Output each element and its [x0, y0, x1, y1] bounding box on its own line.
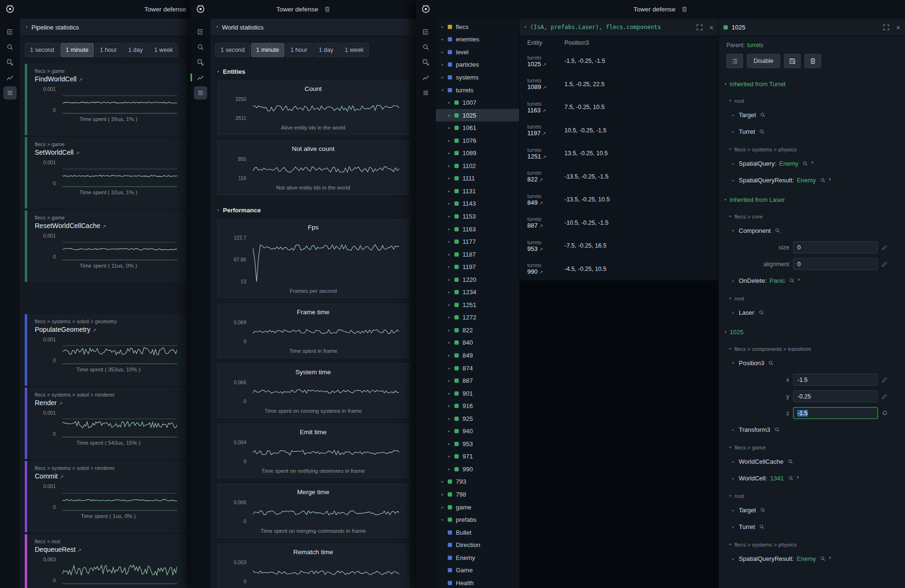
- query-row-1251[interactable]: turrets1251↗13.5, -0.25, 10.5: [520, 142, 718, 165]
- component-path[interactable]: ▾root: [719, 289, 905, 304]
- statistics-chart-icon[interactable]: [419, 71, 432, 84]
- tree-expander-icon[interactable]: ▸: [448, 417, 454, 421]
- query-row-953[interactable]: turrets953↗-7.5, -0.25, 16.5: [520, 234, 718, 258]
- system-name-link[interactable]: Render↗: [35, 399, 182, 407]
- system-name-link[interactable]: SetWorldCell↗: [35, 149, 182, 156]
- component-Position3[interactable]: ▾Position3: [719, 355, 905, 371]
- search-icon[interactable]: [759, 524, 764, 529]
- titlebar[interactable]: Tower defense: [0, 0, 191, 19]
- component-path[interactable]: ▾root: [719, 91, 905, 107]
- tree-item-Health[interactable]: Health: [436, 577, 519, 588]
- tree-item-798[interactable]: ▸798: [436, 488, 519, 501]
- search-icon[interactable]: [759, 129, 764, 134]
- search-icon[interactable]: [788, 476, 794, 481]
- tree-expander-icon[interactable]: ▸: [442, 75, 448, 80]
- x-input[interactable]: -1.5: [793, 374, 878, 386]
- expand-icon[interactable]: [883, 24, 889, 30]
- query-search-icon[interactable]: [3, 40, 17, 54]
- z-input[interactable]: -1.5: [793, 407, 878, 419]
- tree-item-particles[interactable]: ▸particles: [436, 59, 519, 71]
- tree-expander-icon[interactable]: ▸: [448, 442, 454, 446]
- y-input[interactable]: -0.25: [793, 390, 878, 402]
- tree-item-1061[interactable]: ▸1061: [436, 121, 519, 134]
- component-path[interactable]: ▾flecs > systems > physics: [719, 535, 905, 550]
- inspector-section-inherited-from-Turret[interactable]: ▾inherited from Turret: [719, 73, 905, 91]
- tree-expander-icon[interactable]: ▸: [448, 328, 454, 332]
- tree-item-game[interactable]: ▸game: [436, 501, 519, 514]
- tree-item-Enemy[interactable]: Enemy: [436, 551, 519, 564]
- tree-item-1131[interactable]: ▸1131: [436, 185, 519, 198]
- chevron-down-icon[interactable]: ▾: [730, 361, 736, 365]
- time-range-1-day[interactable]: 1 day: [313, 43, 339, 57]
- entity-link[interactable]: 1197↗: [527, 130, 564, 137]
- tree-item-Direction[interactable]: Direction: [436, 538, 519, 551]
- tree-expander-icon[interactable]: ▸: [448, 151, 454, 155]
- time-range-1-minute[interactable]: 1 minute: [60, 43, 94, 57]
- tree-expander-icon[interactable]: ▸: [448, 252, 454, 257]
- tree-item-1025[interactable]: ▸1025: [436, 109, 519, 122]
- statistics-chart-icon[interactable]: [3, 71, 17, 84]
- tree-expander-icon[interactable]: ▸: [448, 126, 454, 130]
- time-range-1-hour[interactable]: 1 hour: [285, 43, 312, 57]
- tree-expander-icon[interactable]: ▸: [448, 278, 454, 282]
- tree-expander-icon[interactable]: ▸: [442, 50, 448, 54]
- search-icon[interactable]: [775, 228, 780, 233]
- tree-expander-icon[interactable]: ▸: [448, 353, 454, 358]
- component-SpatialQueryResult[interactable]: •SpatialQueryResult:Enemy*: [719, 172, 905, 189]
- tree-item-1163[interactable]: ▸1163: [436, 223, 519, 236]
- tree-item-925[interactable]: ▸925: [436, 412, 519, 425]
- tree-expander-icon[interactable]: ▸: [448, 454, 454, 458]
- component-value[interactable]: Enemy: [779, 160, 798, 167]
- tree-item-990[interactable]: ▸990: [436, 463, 519, 476]
- titlebar[interactable]: Tower defense: [191, 0, 416, 19]
- tree-item-1187[interactable]: ▸1187: [436, 248, 519, 261]
- component-OnDelete[interactable]: •OnDelete:Panic*: [719, 272, 905, 289]
- tree-expander-icon[interactable]: ▸: [442, 518, 448, 522]
- inspector-section-1025[interactable]: ▾1025: [719, 321, 905, 339]
- tree-expander-icon[interactable]: ▸: [448, 366, 454, 370]
- tree-expander-icon[interactable]: ▸: [442, 62, 448, 67]
- search-icon[interactable]: [803, 161, 808, 166]
- tree-item-822[interactable]: ▸822: [436, 324, 519, 337]
- disable-button[interactable]: Disable: [747, 54, 780, 68]
- tree-item-1111[interactable]: ▸1111: [436, 172, 519, 185]
- component-path[interactable]: ▾root: [719, 487, 905, 502]
- query-row-1163[interactable]: turrets1163↗7.5, -0.25, 10.5: [520, 96, 718, 119]
- tree-item-1089[interactable]: ▸1089: [436, 147, 519, 159]
- entity-tree-icon[interactable]: [419, 25, 432, 39]
- statistics-chart-icon[interactable]: [194, 71, 207, 84]
- search-icon[interactable]: [788, 459, 793, 464]
- expand-icon[interactable]: [696, 24, 703, 30]
- tree-expander-icon[interactable]: ▸: [448, 227, 454, 231]
- tree-item-1251[interactable]: ▸1251: [436, 299, 519, 311]
- revert-icon[interactable]: [882, 410, 887, 416]
- component-SpatialQuery[interactable]: •SpatialQuery:Enemy*: [719, 155, 905, 172]
- query-expression[interactable]: (IsA, prefabs.Laser), flecs.components: [530, 24, 690, 30]
- component-path[interactable]: ▾flecs > components > transform: [719, 339, 905, 355]
- log-view-button[interactable]: [726, 54, 743, 68]
- tree-expander-icon[interactable]: ▸: [448, 467, 454, 471]
- tree-item-1197[interactable]: ▸1197: [436, 260, 519, 273]
- system-name-link[interactable]: ResetWorldCellCache↗: [35, 222, 182, 229]
- component-path[interactable]: ▾flecs > systems > physics: [719, 140, 905, 155]
- trash-icon[interactable]: [324, 6, 330, 12]
- tree-expander-icon[interactable]: ▸: [448, 379, 454, 383]
- tree-expander-icon[interactable]: ▸: [442, 37, 448, 41]
- entity-link[interactable]: 990↗: [527, 268, 564, 275]
- time-range-1-second[interactable]: 1 second: [25, 43, 60, 57]
- tree-expander-icon[interactable]: ▸: [442, 25, 448, 29]
- inspector-pick-icon[interactable]: [3, 56, 17, 69]
- tree-item-1153[interactable]: ▸1153: [436, 210, 519, 223]
- tree-item-flecs[interactable]: ▸flecs: [436, 20, 519, 33]
- search-icon[interactable]: [820, 178, 825, 183]
- entity-tree-icon[interactable]: [194, 25, 207, 39]
- tree-item-793[interactable]: ▸793: [436, 476, 519, 488]
- statistics-table-icon[interactable]: [419, 86, 432, 100]
- tree-item-1234[interactable]: ▸1234: [436, 286, 519, 299]
- time-range-1-day[interactable]: 1 day: [123, 43, 148, 57]
- tree-expander-icon[interactable]: ▸: [448, 429, 454, 433]
- tree-item-901[interactable]: ▸901: [436, 387, 519, 400]
- time-range-1-week[interactable]: 1 week: [149, 43, 179, 57]
- tree-item-887[interactable]: ▸887: [436, 374, 519, 387]
- tree-item-1177[interactable]: ▸1177: [436, 235, 519, 248]
